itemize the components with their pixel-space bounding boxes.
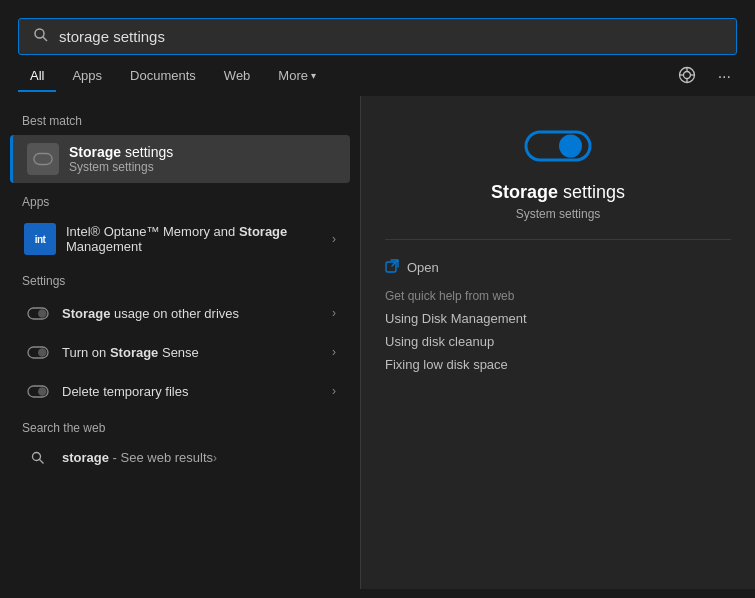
tab-web[interactable]: Web	[212, 61, 263, 92]
best-match-item[interactable]: Storage settings System settings	[10, 135, 350, 183]
storage-settings-icon	[27, 143, 59, 175]
web-search-text: storage - See web results	[62, 450, 213, 465]
chevron-right-icon: ›	[332, 384, 336, 398]
tab-apps[interactable]: Apps	[60, 61, 114, 92]
chevron-down-icon: ▾	[311, 70, 316, 81]
storage-icon-small	[24, 303, 52, 323]
right-panel-icon-area	[385, 124, 731, 168]
chevron-right-icon: ›	[332, 345, 336, 359]
left-panel: Best match Storage settings System setti…	[0, 96, 360, 589]
svg-point-3	[683, 71, 690, 78]
open-label: Open	[407, 260, 439, 275]
web-search-item[interactable]: storage - See web results ›	[10, 441, 350, 474]
best-match-text: Storage settings System settings	[69, 144, 173, 174]
settings-item-sense-text: Turn on Storage Sense	[62, 345, 332, 360]
svg-point-16	[33, 452, 41, 460]
tab-more[interactable]: More ▾	[266, 61, 328, 92]
storage-icon-small-3	[24, 381, 52, 401]
storage-icon-small-2	[24, 342, 52, 362]
svg-line-17	[40, 459, 44, 463]
settings-item-text: Storage usage on other drives	[62, 306, 332, 321]
svg-rect-19	[559, 135, 582, 158]
help-link-disk-cleanup[interactable]: Using disk cleanup	[385, 330, 731, 353]
intel-app-icon: int	[24, 223, 56, 255]
help-link-disk-management[interactable]: Using Disk Management	[385, 307, 731, 330]
app-item-title: Intel® Optane™ Memory and Storage Manage…	[66, 224, 332, 254]
right-panel-divider	[385, 239, 731, 240]
external-link-icon	[385, 259, 399, 276]
settings-item-storage-sense[interactable]: Turn on Storage Sense ›	[10, 333, 350, 371]
app-item-intel[interactable]: int Intel® Optane™ Memory and Storage Ma…	[10, 215, 350, 263]
help-link-low-disk[interactable]: Fixing low disk space	[385, 353, 731, 376]
svg-rect-9	[43, 155, 51, 163]
chevron-right-icon: ›	[332, 306, 336, 320]
settings-item-storage-usage[interactable]: Storage usage on other drives ›	[10, 294, 350, 332]
right-panel-title: Storage settings	[385, 182, 731, 203]
svg-point-0	[35, 29, 44, 38]
search-input[interactable]	[59, 28, 722, 45]
storage-settings-large-icon	[523, 124, 593, 168]
settings-item-delete-text: Delete temporary files	[62, 384, 332, 399]
nav-right-icons: ···	[672, 62, 737, 92]
svg-rect-15	[38, 387, 47, 396]
right-panel-subtitle: System settings	[385, 207, 731, 221]
right-panel: Storage settings System settings Open Ge…	[361, 96, 755, 589]
tab-documents[interactable]: Documents	[118, 61, 208, 92]
nav-tabs: All Apps Documents Web More ▾ ···	[0, 61, 755, 92]
search-icon	[33, 27, 49, 46]
chevron-right-icon: ›	[213, 451, 217, 465]
svg-rect-13	[38, 348, 47, 357]
apps-label: Apps	[0, 185, 360, 214]
svg-line-1	[43, 37, 47, 41]
help-label: Get quick help from web	[385, 289, 731, 303]
best-match-title: Storage settings	[69, 144, 173, 160]
search-web-label: Search the web	[0, 411, 360, 440]
best-match-subtitle: System settings	[69, 160, 173, 174]
feedback-button[interactable]	[672, 62, 702, 92]
chevron-right-icon: ›	[332, 232, 336, 246]
main-content: Best match Storage settings System setti…	[0, 96, 755, 589]
best-match-label: Best match	[0, 104, 360, 133]
tab-all[interactable]: All	[18, 61, 56, 92]
settings-label: Settings	[0, 264, 360, 293]
more-options-button[interactable]: ···	[712, 64, 737, 90]
svg-rect-11	[38, 309, 47, 318]
open-action[interactable]: Open	[385, 254, 731, 281]
search-bar	[18, 18, 737, 55]
search-web-icon	[24, 451, 52, 465]
settings-item-delete-temp[interactable]: Delete temporary files ›	[10, 372, 350, 410]
